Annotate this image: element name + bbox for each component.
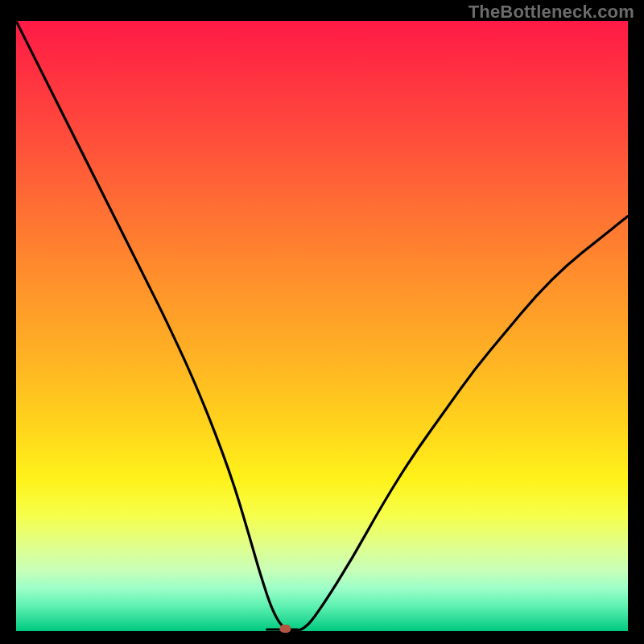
bottleneck-curve-path [16, 21, 628, 631]
bottleneck-curve-svg [16, 21, 628, 631]
chart-frame: TheBottleneck.com [0, 0, 644, 644]
min-marker [279, 625, 291, 633]
plot-area [16, 21, 628, 631]
watermark-text: TheBottleneck.com [469, 2, 634, 23]
